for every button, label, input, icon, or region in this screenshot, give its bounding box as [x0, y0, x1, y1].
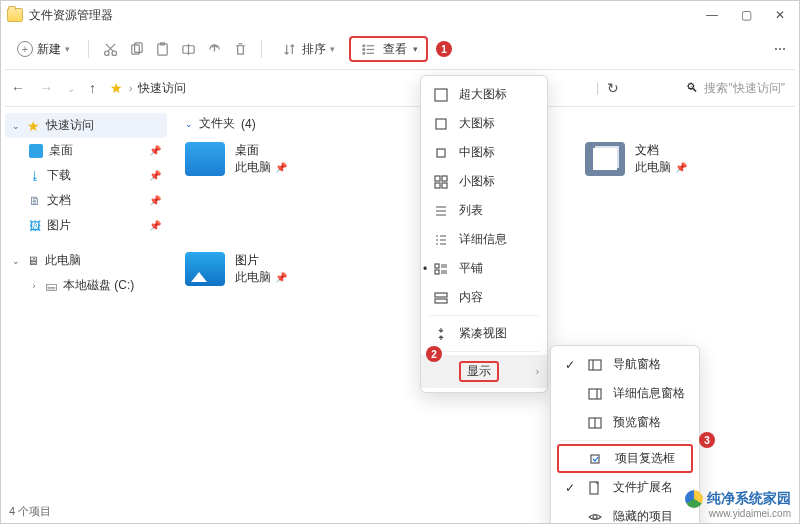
menu-label: 项目复选框 — [615, 450, 675, 467]
menu-nav-pane[interactable]: ✓导航窗格 — [551, 350, 699, 379]
cut-button[interactable] — [101, 40, 119, 58]
menu-extra-large-icons[interactable]: 超大图标 — [421, 80, 547, 109]
menu-label: 详细信息 — [459, 231, 507, 248]
menu-show[interactable]: 显示 › — [421, 355, 547, 388]
menu-separator — [559, 440, 691, 441]
tree-drive-c[interactable]: ›🖴本地磁盘 (C:) — [23, 273, 167, 298]
group-count: (4) — [241, 117, 256, 131]
recent-button[interactable]: ⌄ — [67, 83, 75, 94]
annotation-badge-3: 3 — [699, 432, 715, 448]
item-docs[interactable]: 文档此电脑📌 — [585, 142, 765, 176]
tree-label: 快速访问 — [46, 117, 94, 134]
tree-label: 图片 — [47, 217, 71, 234]
copy-button[interactable] — [127, 40, 145, 58]
close-button[interactable]: ✕ — [773, 8, 787, 22]
menu-details[interactable]: 详细信息 — [421, 225, 547, 254]
back-button[interactable]: ← — [11, 80, 25, 96]
menu-label: 导航窗格 — [613, 356, 661, 373]
new-button[interactable]: + 新建 ▾ — [11, 37, 76, 62]
maximize-button[interactable]: ▢ — [739, 8, 753, 22]
breadcrumb[interactable]: ★ › 快速访问 — [110, 80, 186, 97]
checkbox-icon — [589, 452, 605, 466]
refresh-button[interactable]: ↻ — [607, 80, 619, 96]
share-button[interactable] — [205, 40, 223, 58]
sort-label: 排序 — [302, 41, 326, 58]
menu-compact[interactable]: 紧凑视图 — [421, 319, 547, 348]
tree-label: 下载 — [47, 167, 71, 184]
l-icon — [433, 117, 449, 131]
chevron-down-icon: ▾ — [330, 44, 335, 54]
menu-label: 中图标 — [459, 144, 495, 161]
item-desktop[interactable]: 桌面此电脑📌 — [185, 142, 365, 176]
content-icon — [433, 291, 449, 305]
menu-hidden-items[interactable]: 隐藏的项目 — [551, 502, 699, 524]
tree-label: 文档 — [47, 192, 71, 209]
tree-label: 桌面 — [49, 142, 73, 159]
chevron-right-icon: › — [536, 366, 539, 377]
pin-icon: 📌 — [149, 170, 161, 181]
menu-preview-pane[interactable]: 预览窗格 — [551, 408, 699, 437]
up-button[interactable]: ↑ — [89, 80, 96, 96]
menu-details-pane[interactable]: 详细信息窗格 — [551, 379, 699, 408]
pin-icon: 📌 — [275, 162, 287, 173]
menu-medium-icons[interactable]: 中图标 — [421, 138, 547, 167]
menu-list[interactable]: 列表 — [421, 196, 547, 225]
tree-pics[interactable]: 🖼图片📌 — [23, 213, 167, 238]
minimize-button[interactable]: ― — [705, 8, 719, 22]
item-name: 文档 — [635, 142, 687, 159]
svg-rect-25 — [590, 482, 598, 494]
menu-label: 超大图标 — [459, 86, 507, 103]
sort-button[interactable]: 排序 ▾ — [274, 36, 341, 62]
folder-icon — [185, 142, 225, 176]
svg-rect-17 — [435, 264, 439, 268]
annotation-badge-1: 1 — [436, 41, 452, 57]
svg-point-9 — [362, 52, 364, 54]
document-icon: 🗎 — [29, 194, 41, 208]
detailspane-icon — [587, 387, 603, 401]
window-title: 文件资源管理器 — [29, 7, 705, 24]
tree-desktop[interactable]: 桌面📌 — [23, 138, 167, 163]
chevron-down-icon: ▾ — [413, 44, 418, 54]
search-input[interactable]: 🔍︎ 搜索"快速访问" — [686, 80, 785, 97]
tree-label: 本地磁盘 (C:) — [63, 277, 134, 294]
view-button[interactable]: 查看 ▾ — [349, 36, 428, 62]
delete-button[interactable] — [231, 40, 249, 58]
svg-rect-10 — [435, 89, 447, 101]
svg-rect-12 — [437, 149, 445, 157]
menu-label: 文件扩展名 — [613, 479, 673, 496]
menu-large-icons[interactable]: 大图标 — [421, 109, 547, 138]
chevron-down-icon: ⌄ — [11, 256, 21, 266]
pin-icon: 📌 — [149, 195, 161, 206]
menu-label: 显示 — [459, 361, 499, 382]
svg-point-8 — [362, 48, 364, 50]
nav-tree: ⌄ ★ 快速访问 桌面📌 ⭳下载📌 🗎文档📌 🖼图片📌 ⌄🖥此电脑 ›🖴本地磁盘… — [1, 107, 171, 503]
search-icon: 🔍︎ — [686, 81, 698, 95]
ext-icon — [587, 481, 603, 495]
new-label: 新建 — [37, 41, 61, 58]
tree-quick-access[interactable]: ⌄ ★ 快速访问 — [5, 113, 167, 138]
menu-separator — [429, 315, 539, 316]
rename-button[interactable] — [179, 40, 197, 58]
more-button[interactable]: ⋯ — [771, 40, 789, 58]
menu-tiles[interactable]: 平铺 — [421, 254, 547, 283]
menu-file-extensions[interactable]: ✓文件扩展名 — [551, 473, 699, 502]
chevron-down-icon: ▾ — [65, 44, 70, 54]
item-pics[interactable]: 图片此电脑📌 — [185, 252, 365, 286]
menu-small-icons[interactable]: 小图标 — [421, 167, 547, 196]
breadcrumb-label: 快速访问 — [138, 80, 186, 97]
pin-icon: 📌 — [275, 272, 287, 283]
menu-label: 隐藏的项目 — [613, 508, 673, 524]
titlebar: 文件资源管理器 ― ▢ ✕ — [1, 1, 799, 29]
svg-rect-15 — [435, 183, 440, 188]
menu-label: 预览窗格 — [613, 414, 661, 431]
tree-downloads[interactable]: ⭳下载📌 — [23, 163, 167, 188]
menu-content[interactable]: 内容 — [421, 283, 547, 312]
paste-button[interactable] — [153, 40, 171, 58]
menu-item-checkboxes[interactable]: 项目复选框 — [557, 444, 693, 473]
group-label: 文件夹 — [199, 115, 235, 132]
tree-docs[interactable]: 🗎文档📌 — [23, 188, 167, 213]
divider: | — [596, 81, 599, 95]
menu-label: 紧凑视图 — [459, 325, 507, 342]
tree-this-pc[interactable]: ⌄🖥此电脑 — [5, 248, 167, 273]
forward-button[interactable]: → — [39, 80, 53, 96]
